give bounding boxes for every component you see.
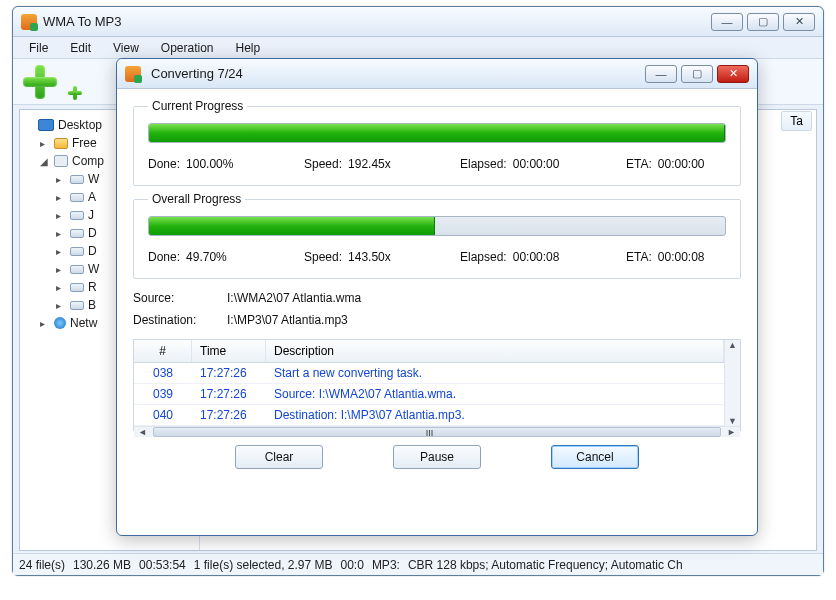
overall-eta-label: ETA: (626, 250, 652, 264)
converting-dialog: Converting 7/24 — ▢ ✕ Current Progress D… (116, 58, 758, 536)
add-file-small-icon[interactable] (67, 85, 83, 101)
current-elapsed-value: 00:00:00 (513, 157, 560, 171)
log-row[interactable]: 03817:27:26Start a new converting task. (134, 363, 724, 384)
status-seltime: 00:0 (341, 558, 364, 572)
current-progress-fill (149, 124, 725, 142)
tree-expand-icon[interactable]: ▸ (56, 228, 66, 239)
tree-label: Free (72, 136, 97, 150)
dialog-buttons: Clear Pause Cancel (133, 445, 741, 469)
tree-label: R (88, 280, 97, 294)
close-button[interactable]: ✕ (783, 13, 815, 31)
drive-icon (70, 193, 84, 202)
log-row[interactable]: 03917:27:26Source: I:\WMA2\07 Atlantia.w… (134, 384, 724, 405)
scroll-up-icon[interactable]: ▲ (728, 340, 737, 350)
current-done-label: Done: (148, 157, 180, 171)
log-col-desc[interactable]: Description (266, 340, 724, 362)
scroll-right-icon[interactable]: ► (727, 427, 736, 437)
log-cell-time: 17:27:26 (192, 384, 266, 404)
menu-view[interactable]: View (103, 39, 149, 57)
tree-label: W (88, 262, 99, 276)
log-body[interactable]: 03817:27:26Start a new converting task.0… (134, 363, 724, 426)
status-format: MP3: (372, 558, 400, 572)
menu-help[interactable]: Help (226, 39, 271, 57)
dialog-titlebar: Converting 7/24 — ▢ ✕ (117, 59, 757, 89)
log-cell-time: 17:27:26 (192, 363, 266, 383)
current-progress-legend: Current Progress (148, 99, 247, 113)
destination-value: I:\MP3\07 Atlantia.mp3 (227, 313, 348, 327)
overall-speed-value: 143.50x (348, 250, 391, 264)
menu-file[interactable]: File (19, 39, 58, 57)
log-row[interactable]: 04017:27:26Destination: I:\MP3\07 Atlant… (134, 405, 724, 426)
tree-expand-icon[interactable]: ▸ (56, 192, 66, 203)
log-vscrollbar[interactable]: ▲ ▼ (724, 340, 740, 426)
drive-icon (70, 265, 84, 274)
destination-row: Destination: I:\MP3\07 Atlantia.mp3 (133, 313, 741, 327)
maximize-button[interactable]: ▢ (747, 13, 779, 31)
tree-expand-icon[interactable]: ▸ (56, 264, 66, 275)
net-icon (54, 317, 66, 329)
main-window-controls: — ▢ ✕ (711, 13, 815, 31)
source-label: Source: (133, 291, 209, 305)
overall-progress-legend: Overall Progress (148, 192, 245, 206)
drive-icon (70, 247, 84, 256)
tree-expand-icon[interactable]: ▸ (56, 300, 66, 311)
current-speed-value: 192.45x (348, 157, 391, 171)
dialog-icon (125, 66, 141, 82)
overall-done-value: 49.70% (186, 250, 227, 264)
log-col-num[interactable]: # (134, 340, 192, 362)
status-settings: CBR 128 kbps; Automatic Frequency; Autom… (408, 558, 683, 572)
log-cell-num: 040 (134, 405, 192, 425)
drive-icon (70, 301, 84, 310)
tree-label: D (88, 226, 97, 240)
tree-expand-icon[interactable]: ▸ (56, 282, 66, 293)
tree-expand-icon[interactable]: ◢ (40, 156, 50, 167)
cancel-button[interactable]: Cancel (551, 445, 639, 469)
dialog-close-button[interactable]: ✕ (717, 65, 749, 83)
log-cell-num: 038 (134, 363, 192, 383)
dialog-title: Converting 7/24 (151, 66, 645, 81)
log-cell-desc: Source: I:\WMA2\07 Atlantia.wma. (266, 384, 724, 404)
add-files-icon[interactable] (21, 63, 59, 101)
column-ta[interactable]: Ta (781, 111, 812, 131)
log-hscrollbar[interactable]: ◄ III ► (134, 426, 740, 437)
drive-icon (70, 283, 84, 292)
status-selected: 1 file(s) selected, 2.97 MB (194, 558, 333, 572)
dialog-maximize-button[interactable]: ▢ (681, 65, 713, 83)
scroll-left-icon[interactable]: ◄ (138, 427, 147, 437)
menu-operation[interactable]: Operation (151, 39, 224, 57)
app-icon (21, 14, 37, 30)
monitor-icon (38, 119, 54, 131)
tree-label: A (88, 190, 96, 204)
tree-expand-icon[interactable]: ▸ (56, 210, 66, 221)
drive-icon (70, 175, 84, 184)
tree-label: W (88, 172, 99, 186)
tree-expand-icon[interactable]: ▸ (56, 174, 66, 185)
tree-label: Desktop (58, 118, 102, 132)
overall-stats: Done:49.70% Speed:143.50x Elapsed:00:00:… (148, 250, 726, 264)
list-header: Ta (781, 110, 812, 132)
dialog-minimize-button[interactable]: — (645, 65, 677, 83)
scroll-thumb-marker: III (426, 428, 434, 438)
scroll-thumb[interactable]: III (153, 427, 721, 437)
statusbar: 24 file(s) 130.26 MB 00:53:54 1 file(s) … (13, 553, 823, 575)
log-header: # Time Description (134, 340, 724, 363)
overall-elapsed-value: 00:00:08 (513, 250, 560, 264)
scroll-down-icon[interactable]: ▼ (728, 416, 737, 426)
overall-done-label: Done: (148, 250, 180, 264)
clear-button[interactable]: Clear (235, 445, 323, 469)
current-done-value: 100.00% (186, 157, 233, 171)
log-cell-time: 17:27:26 (192, 405, 266, 425)
status-filecount: 24 file(s) (19, 558, 65, 572)
menu-edit[interactable]: Edit (60, 39, 101, 57)
folder-icon (54, 138, 68, 149)
overall-progress-bar (148, 216, 726, 236)
tree-label: Comp (72, 154, 104, 168)
tree-expand-icon[interactable]: ▸ (40, 138, 50, 149)
tree-label: Netw (70, 316, 97, 330)
log-col-time[interactable]: Time (192, 340, 266, 362)
minimize-button[interactable]: — (711, 13, 743, 31)
log-cell-num: 039 (134, 384, 192, 404)
tree-expand-icon[interactable]: ▸ (40, 318, 50, 329)
tree-expand-icon[interactable]: ▸ (56, 246, 66, 257)
pause-button[interactable]: Pause (393, 445, 481, 469)
